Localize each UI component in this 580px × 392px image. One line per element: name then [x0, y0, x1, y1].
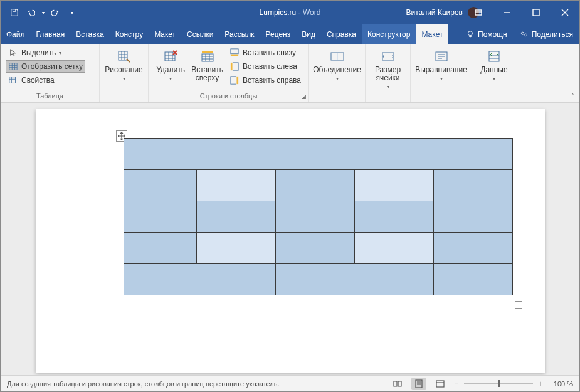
- zoom-level[interactable]: 100 %: [548, 380, 573, 388]
- data-label: Данные: [480, 66, 507, 74]
- table-cell[interactable]: [196, 201, 275, 233]
- tab-references[interactable]: Ссылки: [181, 24, 219, 44]
- data-button[interactable]: Данные ▾: [477, 46, 511, 84]
- table-cell[interactable]: [433, 233, 512, 264]
- tab-help[interactable]: Справка: [321, 24, 362, 44]
- tab-review[interactable]: Реценз: [260, 24, 297, 44]
- table-row[interactable]: [124, 170, 512, 201]
- read-mode-button[interactable]: [390, 378, 405, 390]
- print-layout-button[interactable]: [411, 378, 426, 390]
- tab-view[interactable]: Вид: [296, 24, 321, 44]
- svg-point-5: [525, 34, 527, 36]
- ribbon-group-cellsize: Размер ячейки ▾: [366, 44, 411, 102]
- close-button[interactable]: [551, 1, 579, 24]
- svg-rect-7: [9, 77, 16, 83]
- titlebar: ▾ ▾ Lumpics.ru - Word Виталий Каиров: [1, 1, 579, 24]
- ribbon: Выделить▾ Отобразить сетку Свойства Табл…: [1, 44, 579, 103]
- undo-icon[interactable]: [26, 8, 36, 18]
- table-cell[interactable]: [124, 170, 196, 201]
- alignment-icon: [434, 49, 449, 64]
- tab-spacer: [448, 24, 460, 44]
- insert-left-button[interactable]: Вставить слева: [227, 60, 303, 73]
- tab-table-layout[interactable]: Макет: [416, 24, 448, 44]
- table-cell[interactable]: [354, 201, 433, 233]
- svg-rect-21: [489, 51, 499, 61]
- table-cell[interactable]: [275, 233, 354, 264]
- table-cell[interactable]: [275, 264, 433, 295]
- merge-button[interactable]: Объединение ▾: [312, 46, 362, 84]
- insert-left-label: Вставить слева: [243, 62, 297, 71]
- maximize-button[interactable]: [522, 1, 551, 24]
- table-row[interactable]: [124, 264, 512, 295]
- insert-above-button[interactable]: Вставить сверху: [190, 46, 224, 85]
- undo-dropdown-icon[interactable]: ▾: [42, 10, 45, 16]
- insert-left-icon: [229, 61, 240, 72]
- tab-layout[interactable]: Макет: [149, 24, 181, 44]
- table-cell[interactable]: [433, 264, 512, 295]
- table-cell[interactable]: [196, 170, 275, 201]
- draw-table-button[interactable]: Рисование ▾: [105, 46, 143, 84]
- tab-home[interactable]: Главная: [31, 24, 71, 44]
- properties-button[interactable]: Свойства: [6, 74, 85, 87]
- document-area[interactable]: [1, 103, 579, 375]
- window-controls: [464, 1, 579, 24]
- group-merge-label: [314, 92, 360, 101]
- table-row[interactable]: [124, 139, 512, 170]
- delete-button[interactable]: Удалить ▾: [154, 46, 187, 84]
- tab-file[interactable]: Файл: [1, 24, 31, 44]
- table-row[interactable]: [124, 201, 512, 233]
- view-gridlines-button[interactable]: Отобразить сетку: [6, 60, 85, 73]
- document-page[interactable]: [36, 109, 545, 373]
- cellsize-button[interactable]: Размер ячейки ▾: [371, 46, 405, 92]
- alignment-button[interactable]: Выравнивание ▾: [414, 46, 468, 84]
- qat-customize-icon[interactable]: ▾: [71, 10, 73, 16]
- table-cell[interactable]: [354, 170, 433, 201]
- select-button[interactable]: Выделить▾: [6, 46, 85, 59]
- svg-rect-10: [202, 54, 213, 61]
- insert-right-button[interactable]: Вставить справа: [227, 74, 303, 87]
- svg-rect-15: [231, 63, 233, 70]
- status-bar: Для создания таблицы и рисования строк, …: [1, 375, 579, 391]
- table-cell[interactable]: [196, 233, 275, 264]
- tab-insert[interactable]: Вставка: [70, 24, 110, 44]
- redo-icon[interactable]: [51, 8, 61, 18]
- table-cell[interactable]: [124, 233, 196, 264]
- group-table-label: Таблица: [6, 92, 94, 101]
- save-icon[interactable]: [9, 8, 19, 18]
- zoom-in-button[interactable]: +: [538, 379, 543, 389]
- table-cell[interactable]: [433, 201, 512, 233]
- collapse-ribbon-icon[interactable]: ˄: [571, 93, 574, 100]
- cursor-icon: [8, 48, 18, 58]
- dialog-launcher-icon[interactable]: ◢: [302, 93, 306, 100]
- app-window: ▾ ▾ Lumpics.ru - Word Виталий Каиров Фай…: [0, 0, 580, 392]
- zoom-slider[interactable]: [464, 383, 533, 384]
- tell-me-button[interactable]: Помощн: [460, 24, 514, 44]
- share-button[interactable]: Поделиться: [514, 24, 579, 44]
- table-cell[interactable]: [124, 201, 196, 233]
- table-cell[interactable]: [354, 233, 433, 264]
- web-layout-button[interactable]: [433, 378, 448, 390]
- svg-rect-19: [382, 53, 394, 60]
- table-cell[interactable]: [124, 264, 275, 295]
- insert-below-button[interactable]: Вставить снизу: [227, 46, 303, 59]
- view-gridlines-label: Отобразить сетку: [21, 62, 83, 71]
- content-table[interactable]: [124, 138, 513, 295]
- tab-mailings[interactable]: Рассылк: [219, 24, 260, 44]
- svg-point-3: [468, 31, 473, 35]
- tab-table-design[interactable]: Конструктор: [362, 24, 416, 44]
- ribbon-display-options-button[interactable]: [464, 1, 493, 24]
- minimize-button[interactable]: [493, 1, 522, 24]
- zoom-out-button[interactable]: −: [454, 379, 459, 389]
- pencil-icon: [117, 49, 132, 64]
- table-resize-handle[interactable]: [515, 301, 522, 309]
- table-cell[interactable]: [433, 170, 512, 201]
- gridlines-icon: [8, 61, 18, 72]
- table-cell[interactable]: [275, 201, 354, 233]
- table-cell[interactable]: [275, 170, 354, 201]
- table-row[interactable]: [124, 233, 512, 264]
- tab-design[interactable]: Констру: [110, 24, 149, 44]
- table-cell[interactable]: [124, 139, 512, 170]
- title-separator: -: [296, 8, 303, 17]
- ribbon-group-table: Выделить▾ Отобразить сетку Свойства Табл…: [1, 44, 100, 102]
- insert-right-label: Вставить справа: [243, 76, 301, 85]
